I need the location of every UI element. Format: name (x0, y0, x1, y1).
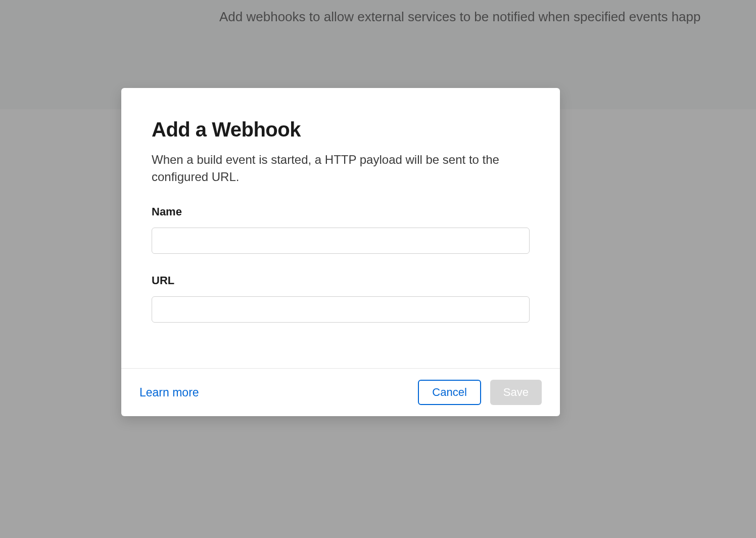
url-field-label: URL (152, 274, 530, 287)
modal-footer: Learn more Cancel Save (121, 368, 560, 416)
modal-body: Add a Webhook When a build event is star… (121, 88, 560, 368)
add-webhook-modal: Add a Webhook When a build event is star… (121, 88, 560, 416)
cancel-button[interactable]: Cancel (418, 380, 481, 405)
name-field-group: Name (152, 205, 530, 254)
url-input[interactable] (152, 296, 530, 323)
learn-more-link[interactable]: Learn more (139, 386, 199, 399)
modal-title: Add a Webhook (152, 118, 530, 141)
footer-buttons: Cancel Save (418, 380, 542, 405)
modal-description: When a build event is started, a HTTP pa… (152, 151, 505, 185)
save-button[interactable]: Save (490, 380, 542, 405)
url-field-group: URL (152, 274, 530, 323)
name-field-label: Name (152, 205, 530, 218)
name-input[interactable] (152, 228, 530, 254)
